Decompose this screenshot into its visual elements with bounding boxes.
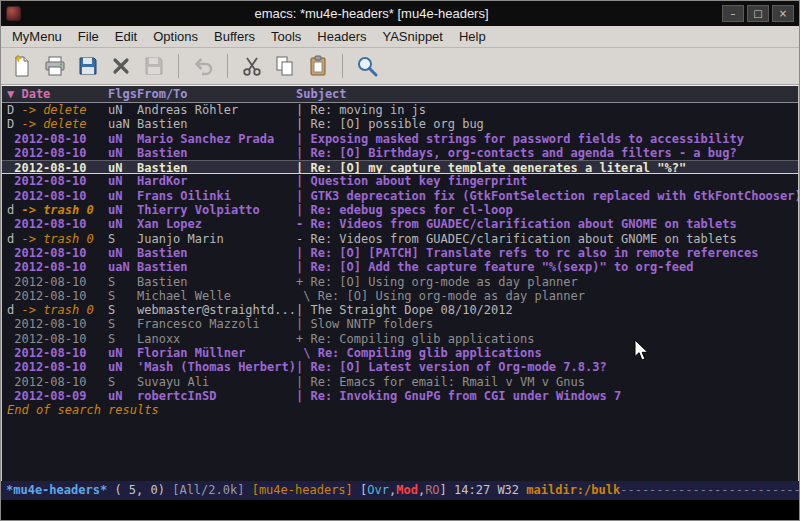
- print-button[interactable]: [40, 51, 70, 81]
- message-row[interactable]: 2012-08-10 uN HardKor | Question about k…: [7, 174, 798, 188]
- minibuffer[interactable]: [1, 500, 799, 520]
- message-row[interactable]: 2012-08-10 uN Bastien | Re: [O] my captu…: [2, 160, 798, 174]
- from-cell: 'Mash (Thomas Herbert): [137, 360, 296, 374]
- modeline-segment: [All/2.0k]: [172, 483, 251, 497]
- message-row[interactable]: 2012-08-10 S Michael Welle \ Re: [O] Usi…: [7, 289, 798, 303]
- from-cell: Andreas Röhler: [137, 103, 296, 117]
- from-cell: Frans Oilinki: [137, 189, 296, 203]
- from-cell: Mario Sanchez Prada: [137, 132, 296, 146]
- from-cell: Xan Lopez: [137, 217, 296, 231]
- message-row[interactable]: 2012-08-10 uN 'Mash (Thomas Herbert) | R…: [7, 360, 798, 374]
- mode-line: *mu4e-headers* ( 5, 0) [All/2.0k] [mu4e-…: [1, 481, 799, 500]
- title-bar[interactable]: emacs: *mu4e-headers* [mu4e-headers] – □…: [1, 1, 799, 26]
- emacs-window: emacs: *mu4e-headers* [mu4e-headers] – □…: [0, 0, 800, 521]
- modeline-segment: [: [353, 483, 367, 497]
- flags-cell: uN: [108, 146, 137, 160]
- flags-cell: uN: [108, 389, 137, 403]
- menu-options[interactable]: Options: [145, 27, 206, 46]
- date-cell: 2012-08-10: [7, 346, 108, 360]
- message-row[interactable]: D -> delete uN Andreas Röhler | Re: movi…: [7, 103, 798, 117]
- column-subject[interactable]: Subject: [296, 86, 798, 102]
- subject-cell: | Re: [O] Add the capture feature "%(sex…: [296, 260, 798, 274]
- message-row[interactable]: 2012-08-10 uN Bastien | Re: [O] [PATCH] …: [7, 246, 798, 260]
- flags-cell: uN: [108, 360, 137, 374]
- maximize-button[interactable]: □: [747, 5, 769, 22]
- subject-cell: | Re: edebug specs for cl-loop: [296, 203, 798, 217]
- message-row[interactable]: d -> trash 0 S Juanjo Marin - Re: Videos…: [7, 232, 798, 246]
- modeline-segment: ----------------------------------------…: [620, 483, 799, 497]
- flags-cell: uN: [108, 174, 137, 188]
- subject-cell: | GTK3 deprecation fix (GtkFontSelection…: [296, 189, 798, 203]
- date-cell: 2012-08-10: [7, 246, 108, 260]
- menu-help[interactable]: Help: [451, 27, 494, 46]
- date-cell: 2012-08-10: [7, 174, 108, 188]
- copy-button[interactable]: [270, 51, 300, 81]
- date-cell: D -> delete: [7, 117, 108, 131]
- menu-buffers[interactable]: Buffers: [206, 27, 263, 46]
- save-icon: [76, 54, 100, 78]
- flags-cell: uaN: [108, 260, 137, 274]
- close-button[interactable]: ×: [772, 5, 794, 22]
- modeline-segment: Mod: [396, 483, 418, 497]
- subject-cell: | Exposing masked strings for password f…: [296, 132, 798, 146]
- from-cell: Bastien: [137, 161, 296, 173]
- toolbar-separator: [342, 54, 343, 78]
- column-flags[interactable]: Flgs: [108, 86, 137, 102]
- close-buffer-button[interactable]: [106, 51, 136, 81]
- message-row[interactable]: 2012-08-10 uN Xan Lopez - Re: Videos fro…: [7, 217, 798, 231]
- from-cell: robertcInSD: [137, 389, 296, 403]
- message-row[interactable]: 2012-08-10 uN Florian Müllner \ Re: Comp…: [7, 346, 798, 360]
- flags-cell: uaN: [108, 117, 137, 131]
- message-row[interactable]: 2012-08-10 uN Mario Sanchez Prada | Expo…: [7, 132, 798, 146]
- message-row[interactable]: 2012-08-10 uaN Bastien | Re: [O] Add the…: [7, 260, 798, 274]
- message-row[interactable]: 2012-08-10 uN Frans Oilinki | GTK3 depre…: [7, 189, 798, 203]
- cut-button[interactable]: [237, 51, 267, 81]
- emacs-app-icon: [6, 6, 21, 21]
- header-line[interactable]: ▼ Date Flgs From/To Subject: [2, 86, 798, 103]
- new-file-button[interactable]: [7, 51, 37, 81]
- message-row[interactable]: 2012-08-10 S Lanoxx + Re: Compiling glib…: [7, 332, 798, 346]
- subject-cell: - Re: Videos from GUADEC/clarification a…: [296, 217, 798, 231]
- menu-edit[interactable]: Edit: [107, 27, 145, 46]
- subject-cell: | Re: Invoking GnuPG from CGI under Wind…: [296, 389, 798, 403]
- subject-cell: \ Re: Compiling glib applications: [296, 346, 798, 360]
- save-button[interactable]: [73, 51, 103, 81]
- tool-bar: [1, 48, 799, 85]
- window-controls: – □ ×: [722, 5, 794, 22]
- menu-headers[interactable]: Headers: [309, 27, 374, 46]
- menu-bar: MyMenuFileEditOptionsBuffersToolsHeaders…: [1, 26, 799, 48]
- modeline-segment: *mu4e-headers*: [6, 483, 107, 497]
- paste-button[interactable]: [303, 51, 333, 81]
- date-cell: d -> trash 0: [7, 203, 108, 217]
- message-row[interactable]: 2012-08-10 S Bastien + Re: [O] Using org…: [7, 275, 798, 289]
- message-row[interactable]: 2012-08-10 S Suvayu Ali | Re: Emacs for …: [7, 375, 798, 389]
- message-row[interactable]: 2012-08-10 S Francesco Mazzoli | Slow NN…: [7, 317, 798, 331]
- flags-cell: S: [108, 332, 137, 346]
- message-row[interactable]: 2012-08-10 uN Bastien | Re: [O] Birthday…: [7, 146, 798, 160]
- subject-cell: \ Re: [O] Using org-mode as day planner: [296, 289, 798, 303]
- undo-icon: [191, 54, 215, 78]
- from-cell: Bastien: [137, 146, 296, 160]
- save-as-button[interactable]: [139, 51, 169, 81]
- message-row[interactable]: d -> trash 0 S webmaster@straightd... | …: [7, 303, 798, 317]
- undo-button[interactable]: [188, 51, 218, 81]
- search-button[interactable]: [352, 51, 382, 81]
- message-row[interactable]: D -> delete uaN Bastien | Re: [O] possib…: [7, 117, 798, 131]
- save-as-icon: [142, 54, 166, 78]
- flags-cell: S: [108, 303, 137, 317]
- print-icon: [43, 54, 67, 78]
- subject-cell: + Re: [O] Using org-mode as day planner: [296, 275, 798, 289]
- column-from[interactable]: From/To: [137, 86, 296, 102]
- from-cell: Bastien: [137, 260, 296, 274]
- sort-column-date[interactable]: ▼ Date: [7, 86, 108, 102]
- minimize-button[interactable]: –: [722, 5, 744, 22]
- message-row[interactable]: 2012-08-09 uN robertcInSD | Re: Invoking…: [7, 389, 798, 403]
- date-cell: 2012-08-10: [7, 332, 108, 346]
- buffer-window: ▼ Date Flgs From/To Subject D -> delete …: [1, 85, 799, 481]
- menu-file[interactable]: File: [70, 27, 107, 46]
- menu-tools[interactable]: Tools: [263, 27, 309, 46]
- message-row[interactable]: d -> trash 0 uN Thierry Volpiatto | Re: …: [7, 203, 798, 217]
- menu-mymenu[interactable]: MyMenu: [4, 27, 70, 46]
- menu-yasnippet[interactable]: YASnippet: [374, 27, 450, 46]
- modeline-segment: [mu4e-headers]: [252, 483, 353, 497]
